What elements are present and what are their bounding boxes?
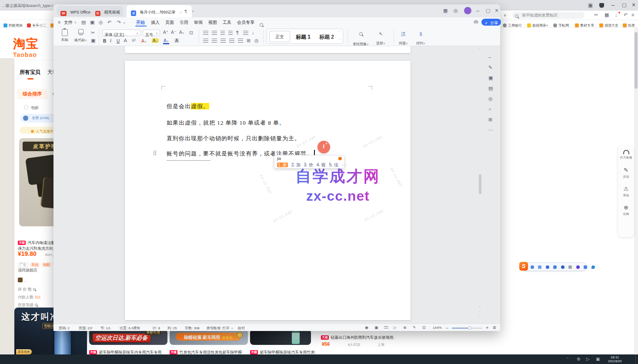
bold-button[interactable]: B <box>103 39 106 43</box>
settings-gear-icon[interactable]: ◎ <box>454 8 458 13</box>
taskbar-clock[interactable]: 18:11 2021/6/29 <box>608 356 621 363</box>
ime-candidate-1[interactable]: 1. 家 <box>277 162 288 167</box>
strip-caption[interactable]: 天猫 新车除甲醛除异味车内专用汽车专用 <box>89 347 167 354</box>
spellcheck-caret-icon[interactable]: ∨ <box>231 327 233 330</box>
outdent-icon[interactable] <box>220 31 225 35</box>
underline-button[interactable]: U <box>117 39 120 43</box>
history-icon[interactable]: ↶ <box>624 13 628 17</box>
tray-expand-icon[interactable]: ˆ <box>567 357 568 361</box>
rail-item-site[interactable]: ⊕ 官网 <box>618 198 634 216</box>
tray-input-icon[interactable]: ▣ <box>596 357 600 361</box>
tab-all-items[interactable]: 所有宝贝 <box>20 69 40 76</box>
comment-panel-icon[interactable]: ◎ <box>488 96 493 101</box>
superscript-button[interactable]: X² <box>132 39 136 43</box>
style-up-icon[interactable]: ˆ <box>339 31 340 34</box>
font-color-button[interactable]: A∨ <box>163 38 169 44</box>
page-view-icon[interactable]: ▣ <box>374 326 378 330</box>
tab-view[interactable]: 视图 <box>208 20 217 26</box>
fit-page-icon[interactable]: ⊡ <box>422 326 426 330</box>
tray-network-icon[interactable]: ⊕ <box>577 357 580 361</box>
ime-tool-icon[interactable] <box>546 265 549 269</box>
indent-icon[interactable] <box>228 31 233 35</box>
plugin-panel-icon[interactable]: ⊞ <box>488 117 492 122</box>
browser-search-value[interactable]: 你不知道的发票知识 <box>522 13 557 17</box>
wps-close-button[interactable]: × <box>495 7 498 13</box>
shading-icon[interactable]: ◎ <box>254 38 259 43</box>
clear-format-icon[interactable]: ⊡ <box>189 30 193 35</box>
rail-item-service[interactable]: 官方客服 <box>618 146 634 160</box>
ime-tool-icon[interactable] <box>561 265 565 269</box>
fullscreen-icon[interactable]: ⊞ <box>493 326 496 330</box>
read-mode-icon[interactable]: ▷ <box>394 326 397 330</box>
ime-tool-icon[interactable] <box>576 265 580 269</box>
strip-caption[interactable]: 天猫 竹炭包汽车专用活性炭包新车除甲醛 <box>170 347 247 354</box>
wps-maximize-button[interactable]: ▢ <box>486 8 490 13</box>
zoom-slider-knob[interactable] <box>468 326 471 330</box>
distribute-icon[interactable] <box>238 39 243 43</box>
outline-panel-icon[interactable]: ▤ <box>488 86 493 91</box>
text-layout-button[interactable]: 汉 排版∨ <box>399 30 408 46</box>
line-spacing-icon[interactable] <box>243 31 248 35</box>
numbering-icon[interactable] <box>212 31 217 35</box>
stat-search-icon[interactable] <box>33 288 36 291</box>
tray-volume-icon[interactable]: ▷ <box>586 357 590 361</box>
edit-mode-icon[interactable]: ✎ <box>413 326 416 330</box>
collapse-panel-icon[interactable]: – <box>488 55 491 60</box>
cloud-sync-icon[interactable] <box>474 20 478 23</box>
ime-next-icon[interactable]: › <box>345 164 346 167</box>
user-avatar[interactable] <box>464 7 471 14</box>
browser-scrollbar-thumb[interactable] <box>635 32 638 89</box>
grow-font-button[interactable]: A⁺ <box>163 30 168 35</box>
zoom-slider[interactable] <box>452 328 482 329</box>
ime-tool-icon[interactable] <box>591 265 595 269</box>
ime-prev-icon[interactable]: ‹ <box>342 164 343 167</box>
eye-protect-icon[interactable]: ◉ <box>365 326 368 330</box>
scroll-down-icon[interactable]: ˇ <box>479 306 480 309</box>
doc-dash-line[interactable]: ―――――――――― <box>167 157 210 162</box>
tab-tools[interactable]: 工具 <box>223 20 231 26</box>
align-left-icon[interactable] <box>203 39 208 43</box>
share-button[interactable]: ⇗ 分享 <box>481 19 501 26</box>
ime-tool-icon[interactable] <box>531 265 534 269</box>
status-proofread[interactable]: 校对 <box>238 326 245 331</box>
doc-paragraph[interactable]: 直到你出现那个动销的时候，只出删除销量为主。 <box>167 135 301 142</box>
zoom-in-button[interactable]: + <box>486 325 488 330</box>
arrange-button[interactable]: § 排列∨ <box>416 30 425 46</box>
undo-icon[interactable]: ↶ <box>107 20 111 25</box>
ime-candidate-5[interactable]: 5. 佳 <box>329 162 338 167</box>
doc-paragraph[interactable]: 但是会出虚假。 <box>167 103 209 110</box>
print-icon[interactable]: ▣ <box>90 20 94 25</box>
file-caret-icon[interactable]: ∨ <box>74 21 77 24</box>
select-button[interactable]: ↖ 选择∨ <box>376 30 385 46</box>
align-right-icon[interactable] <box>220 39 226 43</box>
strip-caption[interactable]: 天猫 新车除甲醛除异味汽车专用竹炭包除 <box>250 347 315 354</box>
ime-tool-icon[interactable] <box>553 265 557 269</box>
more-panels-icon[interactable]: ⋯ <box>488 128 493 132</box>
italic-button[interactable]: I <box>110 39 111 43</box>
paragraph-drag-handle[interactable] <box>154 151 157 156</box>
browser-close-button[interactable]: × <box>632 2 635 8</box>
sort-icon[interactable]: ↓ <box>252 30 254 35</box>
wrap-mark-icon[interactable]: ¶ <box>236 30 239 35</box>
char-shading-button[interactable]: A <box>174 38 179 43</box>
outline-view-icon[interactable] <box>384 326 388 330</box>
align-justify-icon[interactable] <box>229 39 234 43</box>
zoom-level[interactable]: 144% <box>433 326 441 330</box>
freeship-label[interactable]: 包邮 <box>31 105 39 111</box>
save-icon[interactable]: ▤ <box>81 20 86 25</box>
style-normal[interactable]: 正文 <box>269 31 290 42</box>
ribbon-search-icon[interactable] <box>260 23 263 26</box>
scroll-up-icon[interactable]: ˆ <box>479 48 480 51</box>
new-tab-button[interactable]: + <box>184 8 187 13</box>
help-panel-icon[interactable]: ○ <box>488 107 491 112</box>
wps-document-tab[interactable]: ≣ 每月小结…与50记录 ○ ∨ <box>127 5 192 17</box>
bullets-icon[interactable] <box>203 31 208 35</box>
tab-list-caret-icon[interactable]: ∨ <box>192 10 194 13</box>
ime-tool-icon[interactable] <box>584 265 587 269</box>
strike-button[interactable]: A <box>124 39 127 43</box>
status-word-count[interactable]: 字数: 308 <box>185 326 200 331</box>
paste-button[interactable]: 粘贴 <box>61 29 68 42</box>
wps-docer-tab[interactable]: D 稻壳商城 <box>92 6 123 16</box>
browser-apps-icon[interactable]: ▣ <box>588 3 593 8</box>
rail-item-feedback[interactable]: ✎ 反馈 <box>618 160 634 179</box>
